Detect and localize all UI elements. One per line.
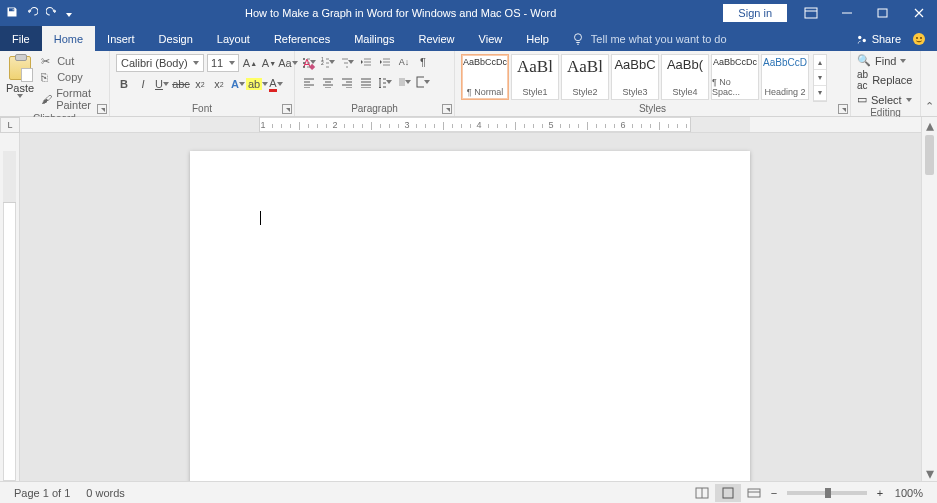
align-right-button[interactable] xyxy=(339,74,355,90)
clipboard-dialog-launcher[interactable] xyxy=(97,104,107,114)
decrease-indent-button[interactable] xyxy=(358,54,374,70)
styles-row-up[interactable]: ▴ xyxy=(814,55,826,70)
underline-button[interactable]: U xyxy=(154,76,170,92)
align-center-button[interactable] xyxy=(320,74,336,90)
styles-dialog-launcher[interactable] xyxy=(838,104,848,114)
style-style3[interactable]: AaBbCStyle3 xyxy=(611,54,659,100)
font-color-button[interactable]: A xyxy=(268,76,284,92)
vertical-scrollbar[interactable]: ▴ ▾ xyxy=(921,117,937,481)
replace-button[interactable]: abacReplace xyxy=(857,69,912,91)
text-effects-button[interactable]: A xyxy=(230,76,246,92)
scroll-down-icon[interactable]: ▾ xyxy=(922,465,937,481)
numbering-button[interactable]: 12 xyxy=(320,54,336,70)
format-painter-icon: 🖌 xyxy=(41,93,52,105)
zoom-in-button[interactable]: + xyxy=(873,487,887,499)
sort-button[interactable]: A↓ xyxy=(396,54,412,70)
copy-button[interactable]: ⎘Copy xyxy=(38,70,103,84)
superscript-button[interactable]: x2 xyxy=(211,76,227,92)
horizontal-ruler[interactable]: 1234567 xyxy=(20,117,921,133)
web-layout-button[interactable] xyxy=(741,484,767,502)
tab-mailings[interactable]: Mailings xyxy=(342,26,406,51)
select-button[interactable]: ▭Select xyxy=(857,93,912,106)
undo-icon[interactable] xyxy=(26,6,38,20)
styles-gallery-more[interactable]: ▴▾▾ xyxy=(813,54,827,102)
tab-layout[interactable]: Layout xyxy=(205,26,262,51)
close-icon[interactable] xyxy=(901,0,937,26)
svg-point-10 xyxy=(303,66,305,68)
tab-view[interactable]: View xyxy=(467,26,515,51)
redo-icon[interactable] xyxy=(46,6,58,20)
shading-button[interactable] xyxy=(396,74,412,90)
qat-customize-icon[interactable] xyxy=(66,7,72,19)
bold-button[interactable]: B xyxy=(116,76,132,92)
scroll-thumb[interactable] xyxy=(925,135,934,175)
tab-design[interactable]: Design xyxy=(147,26,205,51)
find-button[interactable]: 🔍Find xyxy=(857,54,912,67)
format-painter-button[interactable]: 🖌Format Painter xyxy=(38,86,103,112)
zoom-out-button[interactable]: − xyxy=(767,487,781,499)
ruler-number: 4 xyxy=(476,120,481,130)
style-heading2[interactable]: AaBbCcDHeading 2 xyxy=(761,54,809,100)
maximize-icon[interactable] xyxy=(865,0,901,26)
ribbon-display-options-icon[interactable] xyxy=(793,0,829,26)
scroll-up-icon[interactable]: ▴ xyxy=(922,117,937,133)
collapse-ribbon-button[interactable]: ⌃ xyxy=(921,51,937,116)
italic-button[interactable]: I xyxy=(135,76,151,92)
replace-icon: abac xyxy=(857,69,868,91)
bullets-button[interactable] xyxy=(301,54,317,70)
tab-insert[interactable]: Insert xyxy=(95,26,147,51)
style-style1[interactable]: AaBlStyle1 xyxy=(511,54,559,100)
tab-help[interactable]: Help xyxy=(514,26,561,51)
zoom-slider[interactable] xyxy=(787,491,867,495)
minimize-icon[interactable] xyxy=(829,0,865,26)
style-normal[interactable]: AaBbCcDc¶ Normal xyxy=(461,54,509,100)
show-marks-button[interactable]: ¶ xyxy=(415,54,431,70)
justify-button[interactable] xyxy=(358,74,374,90)
group-paragraph: 12 A↓ ¶ Paragraph xyxy=(295,51,455,116)
multilevel-list-button[interactable] xyxy=(339,54,355,70)
tab-references[interactable]: References xyxy=(262,26,342,51)
read-mode-button[interactable] xyxy=(689,484,715,502)
zoom-slider-knob[interactable] xyxy=(825,488,831,498)
print-layout-button[interactable] xyxy=(715,484,741,502)
save-icon[interactable] xyxy=(6,6,18,20)
style-style2[interactable]: AaBlStyle2 xyxy=(561,54,609,100)
align-left-button[interactable] xyxy=(301,74,317,90)
shrink-font-button[interactable]: A▼ xyxy=(261,55,277,71)
font-dialog-launcher[interactable] xyxy=(282,104,292,114)
feedback-icon[interactable] xyxy=(911,26,937,51)
font-size-combo[interactable]: 11 xyxy=(207,54,239,72)
sign-in-button[interactable]: Sign in xyxy=(723,4,787,22)
paragraph-dialog-launcher[interactable] xyxy=(442,104,452,114)
word-count-status[interactable]: 0 words xyxy=(78,487,133,499)
page-number-status[interactable]: Page 1 of 1 xyxy=(6,487,78,499)
document-page[interactable] xyxy=(190,151,750,481)
paste-button[interactable]: Paste xyxy=(6,54,34,98)
style-style4[interactable]: AaBb(Style4 xyxy=(661,54,709,100)
vertical-ruler[interactable] xyxy=(0,133,20,481)
tab-file[interactable]: File xyxy=(0,26,42,51)
cut-button[interactable]: ✂Cut xyxy=(38,54,103,68)
tab-home[interactable]: Home xyxy=(42,26,95,51)
borders-button[interactable] xyxy=(415,74,431,90)
font-name-combo[interactable]: Calibri (Body) xyxy=(116,54,204,72)
subscript-button[interactable]: x2 xyxy=(192,76,208,92)
style-nospac[interactable]: AaBbCcDc¶ No Spac... xyxy=(711,54,759,100)
tab-selector[interactable]: L xyxy=(0,117,20,133)
styles-row-down[interactable]: ▾ xyxy=(814,70,826,85)
highlight-button[interactable]: ab xyxy=(249,76,265,92)
increase-indent-button[interactable] xyxy=(377,54,393,70)
style-name-label: Style2 xyxy=(572,87,597,97)
chevron-down-icon xyxy=(386,80,392,84)
change-case-button[interactable]: Aa xyxy=(280,55,296,71)
line-spacing-button[interactable] xyxy=(377,74,393,90)
zoom-level[interactable]: 100% xyxy=(887,487,931,499)
share-button[interactable]: Share xyxy=(846,26,911,51)
tell-me-search[interactable]: Tell me what you want to do xyxy=(561,26,737,51)
strikethrough-button[interactable]: abc xyxy=(173,76,189,92)
tab-review[interactable]: Review xyxy=(407,26,467,51)
chevron-down-icon xyxy=(310,60,316,64)
styles-expand[interactable]: ▾ xyxy=(814,86,826,101)
grow-font-button[interactable]: A▲ xyxy=(242,55,258,71)
svg-point-3 xyxy=(858,35,861,38)
